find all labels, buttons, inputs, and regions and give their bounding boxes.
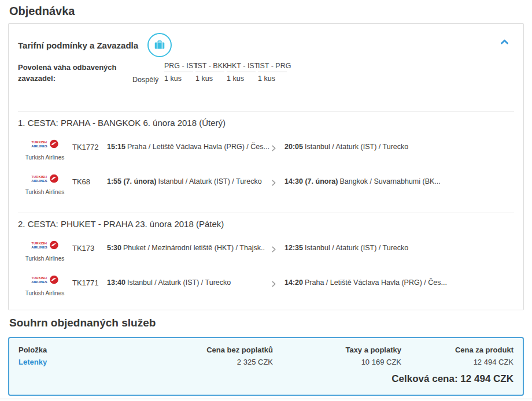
arrival-info: 12:35Istanbul / Ataturk (IST) / Turecko	[285, 240, 523, 252]
flight-number: TK68	[72, 173, 107, 186]
baggage-columns: PRG - IST 1 kus IST - BKK 1 kus HKT - IS…	[164, 62, 289, 84]
arrival-time: 14:20	[285, 279, 303, 287]
departure-time: 1:55 (7. února)	[107, 177, 156, 185]
arrival-info: 14:20Praha / Letiště Václava Havla (PRG)…	[285, 274, 523, 287]
summary-column-item: Položka Letenky	[19, 346, 149, 366]
departure-place: Praha / Letiště Václava Havla (PRG) / Če…	[127, 143, 269, 151]
suitcase-icon	[147, 33, 172, 57]
route-label: PRG - IST	[164, 62, 193, 72]
arrival-place: Istanbul / Ataturk (IST) / Turecko	[305, 143, 408, 151]
chevron-up-icon[interactable]	[500, 39, 508, 44]
arrival-place: Istanbul / Ataturk (IST) / Turecko	[305, 244, 408, 252]
arrival-place: Bangkok / Suvarnabhumi (BK...	[339, 177, 440, 185]
departure-time: 5:30	[107, 244, 121, 252]
journey-title: 2. CESTA: PHUKET - PRAHA 23. února 2018 …	[18, 218, 514, 231]
baggage-column: IST - BKK 1 kus	[195, 62, 224, 84]
route-label: IST - PRG	[258, 62, 287, 72]
tariff-card-header[interactable]: Tarifní podmínky a Zavazadla	[9, 24, 523, 57]
baggage-value: 1 kus	[164, 75, 193, 83]
summary-column-taxes: Taxy a poplatky 10 169 CZK	[273, 346, 401, 366]
divider	[18, 112, 514, 112]
turkish-airlines-logo	[31, 240, 60, 251]
arrival-time: 14:30 (7. února)	[285, 177, 338, 185]
flight-row: Turkish Airlines TK1771 13:40Istanbul / …	[9, 274, 523, 298]
baggage-value: 1 kus	[227, 75, 256, 83]
airline-name: Turkish Airlines	[17, 290, 72, 296]
tariff-card-title: Tarifní podmínky a Zavazadla	[18, 40, 138, 50]
total-price: Celková cena: 12 494 CZK	[9, 366, 523, 385]
summary-title: Souhrn objednaných služeb	[9, 317, 156, 329]
flight-number: TK1771	[72, 274, 107, 287]
flight-row: Turkish Airlines TK173 5:30Phuket / Mezi…	[9, 240, 523, 263]
summary-column-base-price: Cena bez poplatků 2 325 CZK	[149, 346, 273, 366]
departure-info: 5:30Phuket / Mezinárodní letiště (HKT) /…	[107, 240, 271, 252]
page-title: Objednávka	[9, 5, 75, 18]
airline-block: Turkish Airlines	[17, 173, 72, 195]
flight-number: TK1772	[72, 139, 107, 151]
chevron-right-icon	[271, 139, 285, 154]
journey-1: 1. CESTA: PRAHA - BANGKOK 6. února 2018 …	[9, 112, 523, 196]
baggage-allowance: Povolená váha odbavených zavazadel: Dosp…	[9, 62, 523, 84]
chevron-right-icon	[271, 240, 285, 255]
departure-place: Istanbul / Ataturk (IST) / Turecko	[158, 177, 261, 185]
baggage-allowance-label: Povolená váha odbavených zavazadel:	[18, 62, 122, 84]
departure-place: Istanbul / Ataturk (IST) / Turecko	[127, 279, 231, 287]
airline-block: Turkish Airlines	[17, 240, 72, 262]
arrival-place: Praha / Letiště Václava Havla (PRG) / Če…	[305, 279, 447, 287]
airline-name: Turkish Airlines	[17, 255, 72, 262]
airline-name: Turkish Airlines	[17, 154, 72, 161]
journey-title: 1. CESTA: PRAHA - BANGKOK 6. února 2018 …	[18, 117, 514, 129]
baggage-value: 1 kus	[195, 75, 224, 83]
column-header-product-price: Cena za produkt	[401, 346, 513, 354]
departure-info: 15:15Praha / Letiště Václava Havla (PRG)…	[107, 139, 271, 151]
divider	[0, 399, 532, 399]
order-summary: Položka Letenky Cena bez poplatků 2 325 …	[8, 337, 524, 396]
departure-time: 13:40	[107, 279, 125, 287]
departure-place: Phuket / Mezinárodní letiště (HKT) / Tha…	[123, 244, 265, 252]
column-header-base-price: Cena bez poplatků	[149, 346, 273, 354]
column-header-taxes: Taxy a poplatky	[273, 346, 401, 354]
route-label: HKT - IST	[227, 62, 256, 72]
chevron-right-icon	[271, 173, 285, 188]
baggage-column: PRG - IST 1 kus	[164, 62, 193, 84]
departure-time: 15:15	[107, 143, 125, 151]
tariff-card: Tarifní podmínky a Zavazadla Povolená vá…	[8, 23, 524, 310]
item-link-letenky[interactable]: Letenky	[19, 358, 47, 366]
baggage-column: IST - PRG 1 kus	[258, 62, 287, 84]
flight-number: TK173	[72, 240, 107, 253]
arrival-time: 12:35	[285, 244, 303, 252]
divider	[18, 213, 514, 213]
flight-row: Turkish Airlines TK1772 15:15Praha / Let…	[9, 139, 523, 162]
arrival-time: 20:05	[285, 143, 303, 151]
departure-info: 13:40Istanbul / Ataturk (IST) / Turecko	[107, 274, 271, 287]
turkish-airlines-logo	[31, 139, 60, 150]
taxes-value: 10 169 CZK	[273, 358, 401, 366]
arrival-info: 14:30 (7. února)Bangkok / Suvarnabhumi (…	[285, 173, 523, 185]
passenger-type-label: Dospělý	[132, 62, 164, 84]
product-price-value: 12 494 CZK	[401, 358, 513, 366]
route-label: IST - BKK	[195, 62, 224, 72]
journey-2: 2. CESTA: PHUKET - PRAHA 23. února 2018 …	[9, 213, 523, 298]
airline-block: Turkish Airlines	[17, 274, 72, 296]
summary-column-product-price: Cena za produkt 12 494 CZK	[401, 346, 513, 366]
airline-block: Turkish Airlines	[17, 139, 72, 161]
airline-name: Turkish Airlines	[17, 189, 72, 195]
flight-row: Turkish Airlines TK68 1:55 (7. února)Ist…	[9, 173, 523, 196]
baggage-column: HKT - IST 1 kus	[227, 62, 256, 84]
arrival-info: 20:05Istanbul / Ataturk (IST) / Turecko	[285, 139, 523, 151]
turkish-airlines-logo	[31, 173, 60, 185]
base-price-value: 2 325 CZK	[149, 358, 273, 366]
departure-info: 1:55 (7. února)Istanbul / Ataturk (IST) …	[107, 173, 271, 185]
summary-table: Položka Letenky Cena bez poplatků 2 325 …	[9, 338, 523, 366]
baggage-value: 1 kus	[258, 75, 287, 83]
chevron-right-icon	[271, 274, 285, 289]
column-header-item: Položka	[19, 346, 149, 354]
turkish-airlines-logo	[31, 274, 60, 286]
